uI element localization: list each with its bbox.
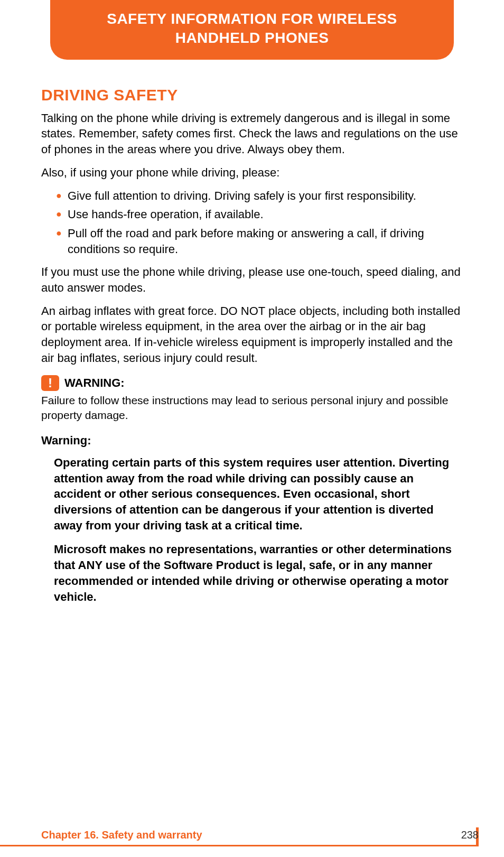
warning-block: ! WARNING: Failure to follow these instr… (41, 375, 463, 422)
list-item: Use hands-free operation, if available. (56, 207, 463, 222)
footer-chapter-label: Chapter 16. Safety and warranty (41, 829, 202, 844)
warning-header: ! WARNING: (41, 375, 463, 391)
page-content: DRIVING SAFETY Talking on the phone whil… (0, 60, 504, 604)
body-paragraph: Talking on the phone while driving is ex… (41, 110, 463, 157)
warning-text: Failure to follow these instructions may… (41, 393, 463, 422)
section-heading: DRIVING SAFETY (41, 86, 463, 104)
body-paragraph: Also, if using your phone while driving,… (41, 165, 463, 181)
page-header-banner: SAFETY INFORMATION FOR WIRELESS HANDHELD… (50, 0, 454, 60)
header-title: SAFETY INFORMATION FOR WIRELESS HANDHELD… (107, 11, 397, 46)
warning-icon: ! (41, 375, 59, 391)
bold-warning-paragraph: Operating certain parts of this system r… (54, 455, 463, 533)
exclamation-icon: ! (48, 377, 52, 389)
list-item: Pull off the road and park before making… (56, 226, 463, 257)
bold-warning-container: Operating certain parts of this system r… (41, 455, 463, 604)
page-footer: Chapter 16. Safety and warranty (0, 829, 504, 844)
body-paragraph: An airbag inflates with great force. DO … (41, 303, 463, 366)
list-item: Give full attention to driving. Driving … (56, 188, 463, 204)
warning-label: WARNING: (64, 376, 125, 390)
page-number: 238 (461, 829, 479, 841)
footer-horizontal-rule (0, 845, 476, 846)
bullet-list: Give full attention to driving. Driving … (41, 188, 463, 257)
warning-heading: Warning: (41, 434, 463, 448)
bold-warning-paragraph: Microsoft makes no representations, warr… (54, 542, 463, 604)
body-paragraph: If you must use the phone while driving,… (41, 264, 463, 295)
